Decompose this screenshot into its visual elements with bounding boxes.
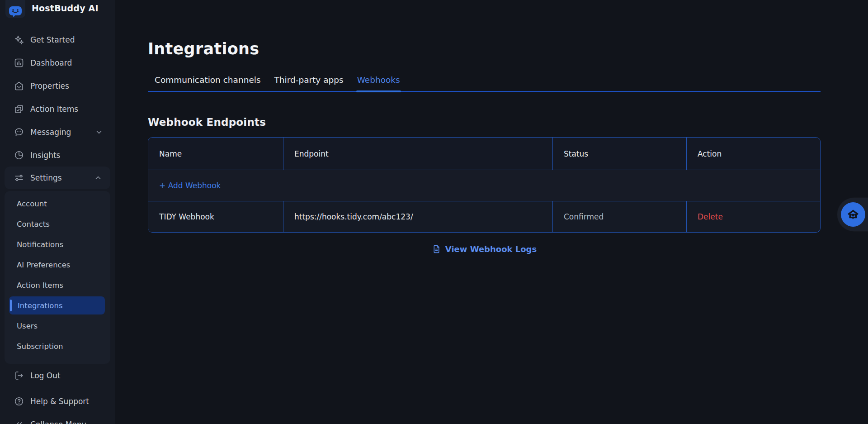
sidebar-item-action-items[interactable]: Action Items [0, 97, 115, 120]
view-webhook-logs-link[interactable]: View Webhook Logs [432, 244, 537, 254]
floating-home-widget[interactable] [837, 198, 868, 231]
column-header-status: Status [553, 138, 687, 170]
selected-indicator-bar [10, 300, 12, 311]
logs-link-row: View Webhook Logs [148, 244, 821, 254]
logout-icon [14, 370, 24, 381]
chevron-up-icon [94, 174, 102, 182]
sidebar-item-insights[interactable]: Insights [0, 143, 115, 167]
add-webhook-button[interactable]: + Add Webhook [148, 170, 820, 201]
chevron-down-icon [95, 128, 103, 136]
sidebar-item-messaging[interactable]: Messaging [0, 120, 115, 143]
brand: HostBuddy AI [0, 0, 115, 21]
collapse-icon [14, 419, 24, 424]
dashboard-icon [14, 57, 24, 68]
delete-webhook-button[interactable]: Delete [698, 212, 723, 221]
footer-item-label: Help & Support [30, 397, 89, 406]
help-support-button[interactable]: Help & Support [0, 390, 115, 413]
chat-bubble-icon [14, 127, 24, 138]
hostbuddy-home-icon [846, 207, 860, 222]
sidebar-item-notifications[interactable]: Notifications [5, 234, 110, 255]
sidebar-item-account[interactable]: Account [5, 194, 110, 214]
tab-communication-channels[interactable]: Communication channels [148, 75, 268, 91]
sidebar-item-label: Get Started [30, 35, 75, 44]
home-button[interactable] [841, 202, 865, 227]
sidebar-item-contacts[interactable]: Contacts [5, 214, 110, 234]
hostbuddy-logo-icon [5, 0, 25, 18]
logs-link-label: View Webhook Logs [445, 244, 537, 254]
table-header-row: Name Endpoint Status Action [148, 138, 820, 170]
main-content: Integrations Communication channels Thir… [115, 0, 868, 424]
house-icon [14, 81, 24, 91]
help-icon [14, 396, 24, 407]
sidebar-item-label: Messaging [30, 128, 71, 137]
sidebar-item-ai-preferences[interactable]: AI Preferences [5, 255, 110, 275]
sidebar-item-label: Properties [30, 81, 69, 91]
sliders-icon [14, 172, 24, 183]
tab-bar: Communication channels Third-party apps … [148, 75, 821, 92]
footer-item-label: Collapse Menu [30, 420, 86, 424]
sidebar-item-settings[interactable]: Settings [5, 167, 110, 189]
cell-webhook-endpoint: https://hooks.tidy.com/abc123/ [283, 201, 553, 232]
sidebar-item-label: Dashboard [30, 58, 72, 67]
sidebar-item-subscription[interactable]: Subscription [5, 336, 110, 357]
sidebar-item-users[interactable]: Users [5, 316, 110, 336]
add-webhook-label: + Add Webhook [159, 181, 221, 190]
brand-name: HostBuddy AI [32, 3, 99, 13]
tab-webhooks[interactable]: Webhooks [350, 75, 407, 91]
sidebar-item-dashboard[interactable]: Dashboard [0, 51, 115, 74]
sidebar: HostBuddy AI Get Started Dashboard [0, 0, 115, 424]
webhook-table: Name Endpoint Status Action + Add Webhoo… [148, 137, 821, 233]
sparkles-icon [14, 34, 24, 45]
page-title: Integrations [148, 40, 868, 58]
pie-chart-icon [14, 150, 24, 161]
column-header-action: Action [687, 138, 820, 170]
sidebar-item-get-started[interactable]: Get Started [0, 28, 115, 51]
app-root: HostBuddy AI Get Started Dashboard [0, 0, 868, 424]
settings-block: Settings Account Contacts Notifications … [5, 167, 110, 364]
tab-third-party-apps[interactable]: Third-party apps [268, 75, 350, 91]
column-header-name: Name [148, 138, 283, 170]
sidebar-item-label: Insights [30, 151, 60, 160]
document-icon [432, 244, 441, 254]
column-header-endpoint: Endpoint [283, 138, 553, 170]
action-items-icon [14, 104, 24, 114]
table-row: TIDY Webhook https://hooks.tidy.com/abc1… [148, 201, 820, 232]
sidebar-nav: Get Started Dashboard Properties [0, 28, 115, 167]
cell-webhook-status: Confirmed [553, 201, 687, 232]
settings-submenu: Account Contacts Notifications AI Prefer… [5, 191, 110, 364]
sidebar-item-label: Action Items [30, 105, 78, 114]
sidebar-footer: Log Out Help & Support Collapse Menu [0, 364, 115, 424]
cell-webhook-action: Delete [687, 201, 820, 232]
cell-webhook-name: TIDY Webhook [148, 201, 283, 232]
sidebar-item-properties[interactable]: Properties [0, 74, 115, 97]
sidebar-item-label: Settings [30, 173, 62, 182]
footer-item-label: Log Out [30, 371, 61, 380]
section-title: Webhook Endpoints [148, 116, 868, 128]
sidebar-item-integrations[interactable]: Integrations [9, 296, 105, 314]
logout-button[interactable]: Log Out [0, 364, 115, 387]
collapse-menu-button[interactable]: Collapse Menu [0, 413, 115, 424]
sidebar-item-action-items-sub[interactable]: Action Items [5, 275, 110, 295]
